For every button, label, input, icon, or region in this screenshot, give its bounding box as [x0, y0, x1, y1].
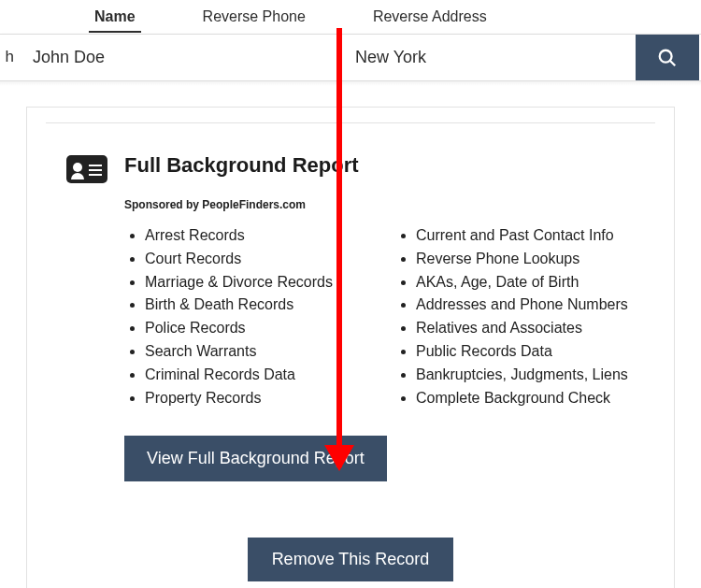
location-input[interactable]: [336, 35, 636, 80]
view-report-button[interactable]: View Full Background Report: [124, 436, 387, 481]
report-title: Full Background Report: [124, 153, 628, 178]
list-item: Addresses and Phone Numbers: [416, 294, 628, 317]
tab-reverse-address[interactable]: Reverse Address: [367, 4, 493, 33]
list-item: Public Records Data: [416, 340, 628, 364]
search-icon: [657, 48, 678, 68]
svg-line-1: [670, 60, 676, 65]
id-card-icon: [66, 155, 107, 183]
name-input[interactable]: [14, 35, 336, 80]
list-item: Complete Background Check: [416, 387, 628, 410]
list-item: Reverse Phone Lookups: [416, 248, 628, 271]
report-list-left: Arrest Records Court Records Marriage & …: [124, 224, 395, 409]
list-item: Property Records: [145, 387, 395, 410]
report-card: Full Background Report Sponsored by Peop…: [26, 107, 675, 588]
list-item: Arrest Records: [145, 224, 395, 248]
sponsored-text: Sponsored by PeopleFinders.com: [124, 198, 628, 211]
list-item: Police Records: [145, 317, 395, 340]
tab-name[interactable]: Name: [89, 4, 141, 33]
tab-reverse-phone[interactable]: Reverse Phone: [197, 4, 311, 33]
list-item: Relatives and Associates: [416, 317, 628, 340]
list-item: Criminal Records Data: [145, 364, 395, 387]
list-item: Court Records: [145, 248, 395, 271]
remove-record-button[interactable]: Remove This Record: [248, 538, 454, 581]
report-list-right: Current and Past Contact Info Reverse Ph…: [395, 224, 628, 409]
list-item: Current and Past Contact Info: [416, 224, 628, 248]
list-item: Search Warrants: [145, 340, 395, 364]
svg-point-0: [660, 50, 672, 62]
left-text-fragment: h: [0, 35, 14, 80]
list-item: Marriage & Divorce Records: [145, 271, 395, 294]
search-button[interactable]: [636, 35, 699, 80]
list-item: Birth & Death Records: [145, 294, 395, 317]
list-item: AKAs, Age, Date of Birth: [416, 271, 628, 294]
search-bar: h: [0, 34, 701, 81]
list-item: Bankruptcies, Judgments, Liens: [416, 364, 628, 387]
search-tabs: Name Reverse Phone Reverse Address: [0, 0, 701, 34]
